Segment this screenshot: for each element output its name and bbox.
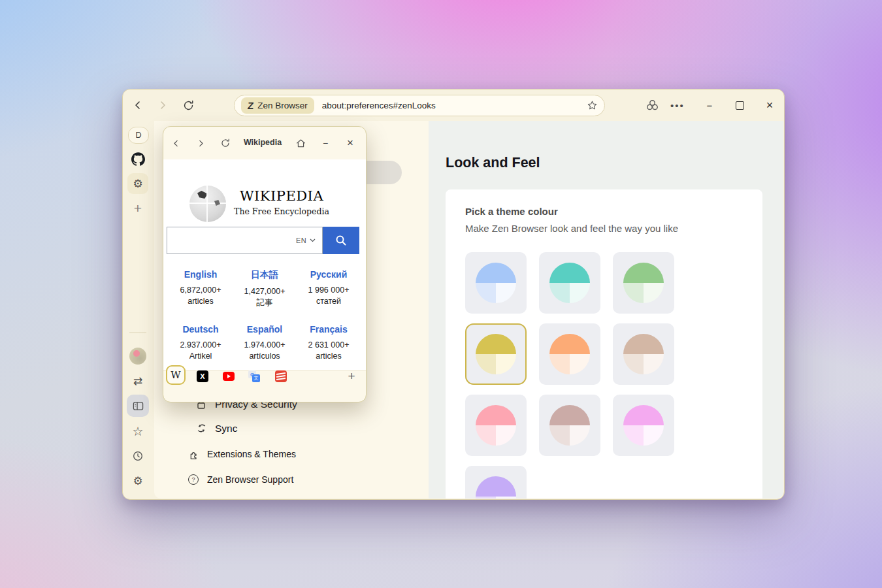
shortcut-todoist[interactable] bbox=[275, 370, 287, 382]
language-cell-english[interactable]: English 6,872,000+ articles bbox=[169, 269, 233, 308]
popup-back-button[interactable] bbox=[167, 135, 184, 152]
translate-wen-icon: 文 bbox=[252, 374, 260, 382]
magenta-theme-circle bbox=[623, 405, 664, 446]
address-bar[interactable]: Z Zen Browser about:preferences#zenLooks bbox=[234, 95, 605, 116]
ellipsis-icon: ••• bbox=[670, 100, 685, 111]
nav-label: Extensions & Themes bbox=[207, 449, 296, 459]
clock-icon bbox=[132, 450, 144, 462]
wikipedia-language-grid: English 6,872,000+ articles 日本語 1,427,00… bbox=[169, 269, 361, 362]
forward-icon bbox=[157, 99, 169, 111]
wikipedia-w-icon: W bbox=[171, 369, 180, 381]
language-cell-german[interactable]: Deutsch 2.937.000+ Artikel bbox=[169, 324, 233, 362]
url-text[interactable]: about:preferences#zenLooks bbox=[322, 101, 587, 110]
popup-forward-button[interactable] bbox=[192, 135, 209, 152]
teal-theme-circle bbox=[549, 263, 590, 303]
card-heading: Pick a theme colour bbox=[465, 205, 743, 218]
popup-home-button[interactable] bbox=[292, 135, 309, 152]
wikipedia-search-button[interactable] bbox=[323, 227, 359, 254]
language-cell-russian[interactable]: Русский 1 996 000+ статей bbox=[297, 269, 361, 308]
theme-swatch-tan[interactable] bbox=[613, 323, 674, 385]
nav-label: Zen Browser Support bbox=[207, 474, 293, 485]
pinned-tab-settings-active[interactable]: ⚙ bbox=[127, 173, 148, 194]
workspace-switcher-button[interactable]: ⇄ bbox=[127, 370, 148, 391]
back-button[interactable] bbox=[129, 97, 146, 114]
orange-theme-circle bbox=[549, 334, 590, 374]
nav-item-extensions-themes[interactable]: Extensions & Themes bbox=[187, 449, 296, 459]
theme-swatch-mauve[interactable] bbox=[539, 395, 600, 456]
green-theme-circle bbox=[623, 263, 664, 303]
menu-button[interactable]: ••• bbox=[669, 97, 686, 114]
minimize-button[interactable]: − bbox=[701, 97, 718, 114]
language-cell-spanish[interactable]: Español 1.974.000+ artículos bbox=[233, 324, 297, 362]
minimize-icon: − bbox=[707, 100, 713, 111]
shortcut-youtube[interactable] bbox=[223, 372, 235, 381]
search-icon bbox=[335, 234, 348, 247]
workspace-pill[interactable]: D bbox=[128, 127, 149, 144]
wikipedia-globe-logo bbox=[189, 186, 226, 222]
theme-card: Pick a theme colour Make Zen Browser loo… bbox=[446, 189, 762, 498]
settings-button[interactable]: ⚙ bbox=[127, 470, 148, 491]
popup-minimize-button[interactable]: − bbox=[317, 135, 334, 152]
tan-theme-circle bbox=[623, 334, 664, 374]
site-identity-chip[interactable]: Z Zen Browser bbox=[241, 97, 314, 114]
back-icon bbox=[132, 99, 144, 111]
new-tab-button[interactable]: + bbox=[127, 198, 148, 219]
bookmarks-button[interactable]: ☆ bbox=[127, 421, 148, 442]
sidebar-divider bbox=[129, 333, 146, 333]
wikipedia-header: WIKIPEDIA The Free Encyclopedia bbox=[226, 188, 337, 216]
avatar-dot bbox=[133, 350, 140, 357]
theme-swatch-teal[interactable] bbox=[539, 252, 600, 314]
mauve-theme-circle bbox=[549, 405, 590, 446]
theme-swatch-magenta[interactable] bbox=[613, 395, 674, 456]
page-title: Look and Feel bbox=[446, 155, 540, 171]
theme-swatch-pink[interactable] bbox=[465, 395, 527, 456]
add-shortcut-button[interactable]: + bbox=[345, 370, 358, 383]
extensions-button[interactable] bbox=[644, 97, 661, 114]
theme-swatch-yellow[interactable] bbox=[465, 323, 527, 385]
wikipedia-page: WIKIPEDIA The Free Encyclopedia EN Engli… bbox=[163, 159, 366, 371]
puzzle-icon bbox=[187, 449, 200, 459]
history-button[interactable] bbox=[127, 446, 148, 466]
wikipedia-search-input[interactable]: EN bbox=[167, 227, 323, 254]
settings-content: Look and Feel Pick a theme colour Make Z… bbox=[429, 121, 783, 498]
bookmark-star-icon[interactable] bbox=[587, 100, 598, 111]
card-subheading: Make Zen Browser look and feel the way y… bbox=[465, 222, 743, 235]
language-cell-french[interactable]: Français 2 631 000+ articles bbox=[297, 324, 361, 362]
nav-label: Sync bbox=[215, 423, 237, 434]
workspace-letter: D bbox=[135, 131, 141, 140]
reload-icon bbox=[182, 99, 195, 112]
theme-swatch-blue[interactable] bbox=[465, 252, 527, 314]
shortcut-x[interactable]: X bbox=[197, 370, 208, 382]
popup-reload-button[interactable] bbox=[217, 135, 234, 152]
gear-icon: ⚙ bbox=[133, 177, 142, 191]
forward-button[interactable] bbox=[154, 97, 171, 114]
pinned-tab-github[interactable] bbox=[127, 148, 148, 169]
theme-swatch-green[interactable] bbox=[613, 252, 674, 314]
close-button[interactable]: × bbox=[761, 97, 778, 114]
gear-icon: ⚙ bbox=[133, 474, 142, 488]
theme-swatch-orange[interactable] bbox=[539, 323, 600, 385]
yellow-theme-circle bbox=[476, 334, 516, 374]
plus-icon: + bbox=[348, 369, 355, 384]
browser-window: Z Zen Browser about:preferences#zenLooks… bbox=[122, 89, 785, 500]
zen-logo-icon: Z bbox=[247, 100, 254, 111]
nav-item-sync[interactable]: Sync bbox=[195, 423, 237, 434]
popup-close-button[interactable]: × bbox=[342, 135, 359, 152]
profile-avatar[interactable] bbox=[129, 348, 146, 365]
shortcut-translate[interactable]: G 文 bbox=[248, 370, 260, 382]
maximize-button[interactable] bbox=[731, 97, 748, 114]
github-icon bbox=[131, 152, 145, 166]
chevron-down-icon bbox=[310, 238, 316, 242]
nav-item-support[interactable]: ? Zen Browser Support bbox=[187, 474, 293, 485]
wikipedia-wordmark: WIKIPEDIA bbox=[226, 188, 337, 204]
close-icon: × bbox=[347, 137, 353, 150]
close-icon: × bbox=[766, 99, 774, 112]
sidebar-toggle-button[interactable] bbox=[127, 395, 149, 417]
language-selector[interactable]: EN bbox=[296, 237, 306, 244]
shortcut-wikipedia-selected[interactable]: W bbox=[166, 365, 186, 385]
popup-shortcut-bar: W X G 文 + bbox=[163, 370, 366, 402]
theme-swatch-purple[interactable] bbox=[465, 466, 527, 498]
help-icon: ? bbox=[187, 474, 200, 485]
language-cell-japanese[interactable]: 日本語 1,427,000+ 記事 bbox=[233, 269, 297, 308]
reload-button[interactable] bbox=[180, 97, 197, 114]
